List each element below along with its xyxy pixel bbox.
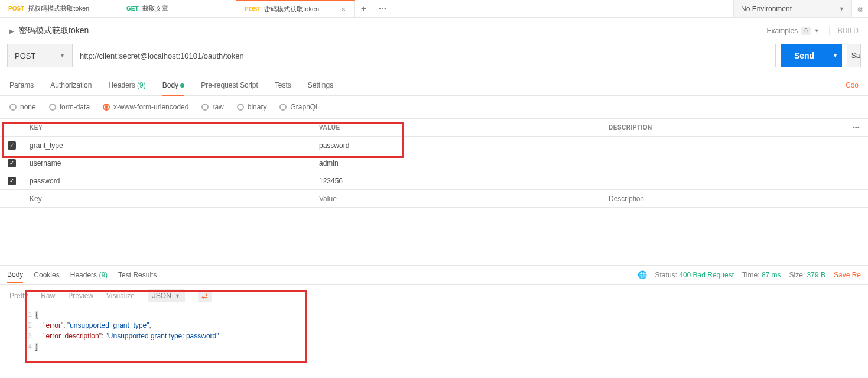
save-response-button[interactable]: Save Re bbox=[834, 271, 861, 279]
view-tabs: Pretty Raw Preview Visualize JSON ▼ ⇄ bbox=[0, 285, 868, 307]
format-select[interactable]: JSON ▼ bbox=[148, 289, 185, 302]
view-raw[interactable]: Raw bbox=[41, 292, 55, 300]
method-badge: GET bbox=[126, 5, 139, 12]
param-key[interactable]: username bbox=[24, 159, 313, 167]
chevron-down-icon: ▼ bbox=[839, 6, 844, 12]
radio-form-data[interactable]: form-data bbox=[49, 103, 90, 111]
tab-password-token[interactable]: POST 密码模式获取token × bbox=[236, 0, 355, 17]
bulk-edit-icon[interactable]: ••• bbox=[844, 124, 868, 131]
globe-icon[interactable]: 🌐 bbox=[638, 270, 647, 279]
tab-headers[interactable]: Headers (9) bbox=[108, 75, 145, 95]
method-badge: POST bbox=[245, 6, 261, 12]
request-title[interactable]: 密码模式获取token bbox=[19, 25, 89, 36]
col-desc-header: DESCRIPTION bbox=[603, 124, 844, 131]
environment-select[interactable]: No Environment ▼ bbox=[733, 0, 851, 17]
wrap-lines-icon[interactable]: ⇄ bbox=[198, 290, 212, 302]
checkbox-icon[interactable]: ✓ bbox=[8, 141, 16, 150]
new-tab-button[interactable]: + bbox=[355, 0, 373, 17]
resp-tab-cookies[interactable]: Cookies bbox=[34, 271, 59, 279]
body-modified-dot bbox=[180, 83, 184, 88]
table-row[interactable]: ✓ grant_type password bbox=[0, 137, 868, 154]
response-tabs: Body Cookies Headers (9) Test Results 🌐 … bbox=[0, 266, 868, 285]
save-button[interactable]: Sa bbox=[847, 44, 861, 67]
param-value[interactable]: password bbox=[313, 141, 603, 150]
view-preview[interactable]: Preview bbox=[68, 292, 93, 300]
tab-body[interactable]: Body bbox=[162, 75, 184, 96]
param-key[interactable]: grant_type bbox=[24, 141, 313, 150]
cookies-link[interactable]: Coo bbox=[846, 81, 859, 89]
table-row[interactable]: ✓ username admin bbox=[0, 154, 868, 172]
col-value-header: VALUE bbox=[313, 124, 603, 131]
tab-params[interactable]: Params bbox=[9, 75, 34, 95]
table-row[interactable]: ✓ password 123456 bbox=[0, 172, 868, 190]
examples-dropdown[interactable]: Examples 0 ▼ bbox=[766, 27, 819, 35]
param-value[interactable]: admin bbox=[313, 159, 603, 167]
examples-count: 0 bbox=[801, 27, 811, 35]
radio-binary[interactable]: binary bbox=[237, 103, 267, 111]
tab-settings[interactable]: Settings bbox=[308, 75, 333, 95]
resp-tab-body[interactable]: Body bbox=[7, 270, 23, 283]
url-row: POST ▼ Send ▼ Sa bbox=[0, 44, 868, 75]
radio-urlencoded[interactable]: x-www-form-urlencoded bbox=[103, 103, 188, 111]
close-icon[interactable]: × bbox=[341, 5, 346, 14]
request-title-row: ▶ 密码模式获取token Examples 0 ▼ BUILD bbox=[0, 18, 868, 44]
radio-none[interactable]: none bbox=[9, 103, 36, 111]
chevron-down-icon: ▼ bbox=[60, 53, 65, 59]
response-size: 379 B bbox=[807, 271, 825, 279]
response-area: Body Cookies Headers (9) Test Results 🌐 … bbox=[0, 265, 868, 354]
param-value[interactable]: 123456 bbox=[313, 177, 603, 185]
tab-prerequest[interactable]: Pre-request Script bbox=[201, 75, 258, 95]
method-badge: POST bbox=[8, 5, 24, 12]
resp-tab-testresults[interactable]: Test Results bbox=[118, 271, 157, 279]
view-visualize[interactable]: Visualize bbox=[106, 292, 135, 300]
params-header: KEY VALUE DESCRIPTION ••• bbox=[0, 119, 868, 137]
tab-authorization[interactable]: Authorization bbox=[50, 75, 92, 95]
tab-tests[interactable]: Tests bbox=[275, 75, 291, 95]
tabs: POST 授权码模式获取token GET 获取文章 POST 密码模式获取to… bbox=[0, 0, 733, 17]
method-select[interactable]: POST ▼ bbox=[7, 44, 72, 67]
tab-overflow-button[interactable]: ••• bbox=[373, 0, 392, 17]
tab-auth-code-token[interactable]: POST 授权码模式获取token bbox=[0, 0, 118, 17]
radio-raw[interactable]: raw bbox=[201, 103, 223, 111]
tab-get-article[interactable]: GET 获取文章 bbox=[118, 0, 236, 17]
tab-label: 密码模式获取token bbox=[264, 5, 319, 14]
view-pretty[interactable]: Pretty bbox=[9, 292, 28, 300]
params-table: KEY VALUE DESCRIPTION ••• ✓ grant_type p… bbox=[0, 118, 868, 208]
param-desc-input[interactable] bbox=[609, 195, 838, 203]
environment-label: No Environment bbox=[741, 5, 792, 13]
param-key-input[interactable] bbox=[30, 195, 307, 203]
status-code: 400 Bad Request bbox=[679, 271, 734, 279]
col-key-header: KEY bbox=[24, 124, 313, 131]
response-status: 🌐 Status: 400 Bad Request Time: 87 ms Si… bbox=[638, 270, 861, 279]
send-dropdown[interactable]: ▼ bbox=[828, 44, 842, 67]
table-row-empty[interactable] bbox=[0, 190, 868, 208]
send-button[interactable]: Send bbox=[781, 44, 828, 67]
tab-label: 授权码模式获取token bbox=[28, 4, 89, 13]
checkbox-icon[interactable]: ✓ bbox=[8, 159, 16, 167]
resp-tab-headers[interactable]: Headers (9) bbox=[70, 271, 108, 279]
url-input[interactable] bbox=[72, 44, 776, 67]
tab-label: 获取文章 bbox=[142, 4, 168, 13]
checkbox-icon[interactable]: ✓ bbox=[8, 177, 16, 185]
chevron-down-icon: ▼ bbox=[814, 28, 820, 34]
collapse-icon[interactable]: ▶ bbox=[9, 28, 14, 34]
param-value-input[interactable] bbox=[319, 195, 597, 203]
request-tabs: Params Authorization Headers (9) Body Pr… bbox=[0, 75, 868, 96]
response-body-code[interactable]: 1{ 2 "error": "unsupported_grant_type", … bbox=[0, 307, 868, 354]
build-button[interactable]: BUILD bbox=[829, 27, 859, 35]
radio-graphql[interactable]: GraphQL bbox=[279, 103, 319, 111]
response-time: 87 ms bbox=[762, 271, 781, 279]
param-key[interactable]: password bbox=[24, 177, 313, 185]
top-bar: POST 授权码模式获取token GET 获取文章 POST 密码模式获取to… bbox=[0, 0, 868, 18]
environment-quicklook-icon[interactable]: ◎ bbox=[851, 0, 868, 17]
body-type-row: none form-data x-www-form-urlencoded raw… bbox=[0, 96, 868, 118]
